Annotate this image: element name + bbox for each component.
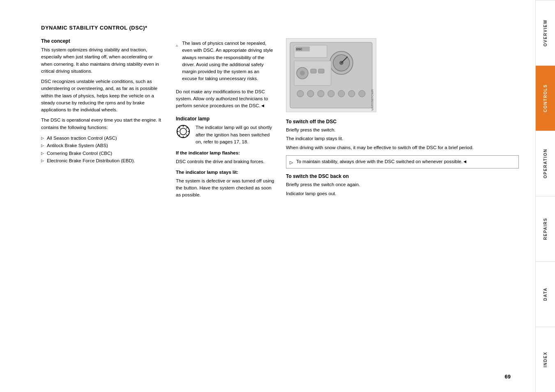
switch-off-note: When driving with snow chains, it may be… [286,144,519,151]
concept-para3: The DSC is operational every time you st… [41,117,164,131]
sidebar-tab-operation[interactable]: OPERATION [536,131,555,196]
sidebar-tab-index[interactable]: INDEX [536,327,555,392]
svg-rect-23 [311,69,316,73]
warning-text-2: Do not make any modifications to the DSC… [176,88,274,110]
page-number: 69 [505,374,511,380]
svg-text:DSC: DSC [296,48,302,51]
list-item: All Season traction Control (ASC) [41,134,164,142]
stays-lit-text: The system is defective or was turned of… [176,178,274,199]
page-title: DYNAMIC STABILITY CONTROL (DSC)* [41,25,519,31]
middle-column: ! The laws of physics cannot be repealed… [176,38,274,202]
main-layout: The concept This system optimizes drivin… [41,38,519,202]
dsc-panel-image: DSC [286,38,376,112]
right-column: DSC [286,38,519,202]
indicator-section: Indicator lamp [176,116,274,198]
note-arrow-icon: ▷ [290,158,293,166]
svg-line-9 [187,135,188,136]
switch-off-heading: To switch off the DSC [286,119,519,125]
warning-triangle-icon: ! [176,40,178,51]
switch-on-step2: Indicator lamp goes out. [286,190,519,197]
indicator-box: The indicator lamp will go out shortly a… [176,124,274,145]
switch-on-heading: To switch the DSC back on [286,173,519,179]
image-label: VA/01987CMR [371,89,374,111]
svg-point-31 [359,90,365,97]
dsc-panel-visual: DSC [286,39,376,112]
svg-point-26 [307,90,314,97]
svg-point-29 [338,90,345,97]
stays-lit-label: The indicator lamp stays lit: [176,169,274,176]
sidebar-tab-data[interactable]: DATA [536,261,555,327]
list-item: Electronic Brake Force Distribution (EBD… [41,157,164,164]
indicator-lamp-text: The indicator lamp will go out shortly a… [196,124,274,145]
stability-note-box: ▷ To maintain stability, always drive wi… [286,155,519,169]
left-column: The concept This system optimizes drivin… [41,38,164,202]
list-item: Antilock Brake System (ABS) [41,142,164,149]
main-content: DYNAMIC STABILITY CONTROL (DSC)* The con… [0,0,535,392]
warning-text-1: The laws of physics cannot be repealed, … [182,40,274,83]
svg-point-27 [318,90,324,97]
switch-off-step2: The indicator lamp stays lit. [286,135,519,142]
sidebar-tab-overview[interactable]: OVERVIEW [536,0,555,65]
list-item: Cornering Brake Control (CBC) [41,150,164,157]
svg-line-10 [187,127,188,129]
svg-rect-24 [318,69,324,73]
note-box-text: To maintain stability, always drive with… [296,158,467,165]
sidebar-tab-repairs[interactable]: REPAIRS [536,196,555,261]
concept-heading: The concept [41,38,164,44]
switch-off-step1: Briefly press the switch. [286,127,519,134]
sidebar: OVERVIEW CONTROLS OPERATION REPAIRS DATA… [535,0,555,392]
svg-point-3 [180,128,187,135]
svg-point-2 [177,125,189,138]
flashes-text: DSC controls the drive and braking force… [176,158,274,165]
concept-para1: This system optimizes driving stability … [41,46,164,75]
svg-point-30 [348,90,355,97]
svg-point-22 [300,71,305,76]
indicator-heading: Indicator lamp [176,116,274,122]
svg-point-28 [328,90,334,97]
switch-on-step1: Briefly press the switch once again. [286,181,519,188]
flashes-label: If the indicator lamp flashes: [176,150,274,157]
concept-para2: DSC recognizes unstable vehicle conditio… [41,78,164,113]
svg-point-25 [297,90,304,97]
warning-box-1: ! The laws of physics cannot be repealed… [176,40,274,83]
page-container: DYNAMIC STABILITY CONTROL (DSC)* The con… [0,0,555,392]
dsc-panel-svg: DSC [288,40,374,110]
functions-list: All Season traction Control (ASC) Antilo… [41,134,164,165]
svg-line-8 [179,127,180,129]
svg-line-11 [179,135,180,136]
sidebar-tab-controls[interactable]: CONTROLS [536,65,555,131]
indicator-lamp-icon [176,124,191,139]
